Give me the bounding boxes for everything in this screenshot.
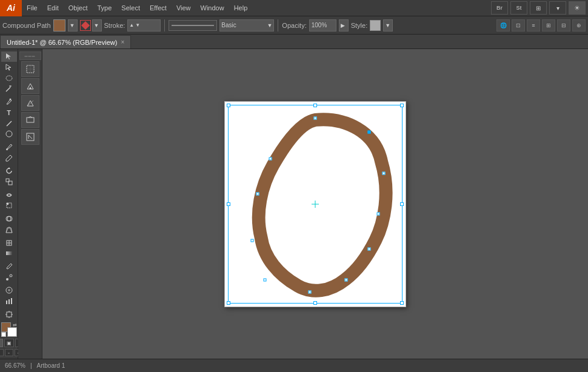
full-screen-icon[interactable]: ▫ [5,349,13,356]
opacity-arrow-btn[interactable]: ▶ [339,19,349,32]
menu-edit[interactable]: Edit [42,2,64,14]
menu-effect[interactable]: Effect [145,2,172,14]
workspace-icon-btn[interactable]: ⊞ [530,1,547,15]
menu-help[interactable]: Help [229,2,253,14]
svg-point-8 [6,131,12,137]
panel-header: ═══ [19,51,41,60]
menu-file[interactable]: File [22,2,42,14]
tab-close-button[interactable]: × [121,39,124,45]
scale-tool[interactable] [1,177,17,187]
panel-btn-3[interactable] [21,95,39,111]
panel-btn-1[interactable] [21,61,39,77]
type-tool[interactable]: T [1,107,17,118]
style-color-swatch[interactable] [370,20,381,31]
symbol-tool[interactable] [1,285,17,296]
stroke-arrow: ▼ [94,22,99,28]
anchor-left-lower[interactable] [250,239,253,242]
anchor-left-upper[interactable] [269,158,272,161]
normal-screen-icon[interactable]: ▪ [0,349,4,356]
shape-builder-tool[interactable] [1,214,17,224]
sync-icon-btn[interactable]: ☀ [569,1,586,15]
pencil-tool[interactable] [1,153,17,163]
document-tab[interactable]: Untitled-1* @ 66.67% (RGB/Preview) × [0,35,131,48]
fill-type-select[interactable]: ▼ [68,19,78,32]
style-label: Style: [351,22,368,29]
align-right-icon[interactable]: ⊞ [542,19,555,32]
line-tool[interactable] [1,118,17,128]
stroke-width-down[interactable]: ▼ [135,22,140,28]
swap-colors-icon[interactable]: ⇄ [13,322,17,328]
anchor-left-mid[interactable] [256,192,259,195]
svg-rect-29 [6,301,7,304]
canvas-area[interactable] [42,49,588,359]
anchor-bottom[interactable] [309,290,312,293]
anchor-top-right[interactable] [368,131,371,134]
gradient-mode-icon[interactable]: ▣ [4,339,14,347]
status-bar: 66.67% | Artboard 1 [0,359,588,372]
free-transform-tool[interactable] [1,201,17,211]
gradient-tool[interactable] [1,248,17,259]
anchor-top[interactable] [314,116,317,119]
direct-selection-tool[interactable] [1,62,17,73]
distribute-icon[interactable]: ⊟ [557,19,570,32]
menu-window[interactable]: Window [196,2,229,14]
paintbrush-tool[interactable] [1,142,17,153]
anchor-right-lower[interactable] [368,247,371,250]
panel-btn-4[interactable] [21,112,39,128]
stroke-label: Stroke: [104,22,125,29]
style-arrow-icon: ▼ [385,22,390,28]
stroke-style-label: Basic [221,22,236,28]
globe-icon[interactable]: 🌐 [496,19,510,32]
ellipse-tool[interactable] [1,129,17,139]
selection-tool[interactable] [1,51,17,62]
bridge-icon-btn[interactable]: Br [491,1,508,15]
menu-select[interactable]: Select [116,2,145,14]
blend-tool[interactable] [1,272,17,282]
style-select-arrow[interactable]: ▼ [383,19,393,32]
warp-tool[interactable] [1,190,17,200]
lasso-tool[interactable] [1,73,17,83]
menu-object[interactable]: Object [64,2,93,14]
perspective-tool[interactable] [1,224,17,234]
artboard-tool[interactable] [1,309,17,319]
menu-type[interactable]: Type [93,2,117,14]
anchor-right-mid[interactable] [377,213,380,216]
background-swatch[interactable] [7,327,17,337]
magic-wand-tool[interactable] [1,84,17,94]
align-center-icon[interactable]: ≡ [527,19,540,32]
opacity-label: Opacity: [282,22,306,29]
stroke-style-select[interactable]: Basic ▼ [219,19,274,32]
opacity-input[interactable]: 100% [309,19,336,32]
stroke-type-select[interactable]: ▼ [92,19,102,32]
stock-icon-btn[interactable]: St [510,1,527,15]
more-options-icon[interactable]: ⊕ [572,19,586,32]
workspace-more-btn[interactable]: ▾ [549,1,566,15]
svg-point-6 [9,99,11,101]
stroke-width-select[interactable]: ▲ ▼ [127,19,161,32]
pen-tool[interactable] [1,97,17,107]
stroke-preview[interactable] [169,20,217,31]
panel-btn-5[interactable] [21,129,39,145]
svg-rect-14 [7,203,8,205]
stroke-width-up[interactable]: ▲ [129,22,134,28]
anchor-bottom-right[interactable] [344,278,347,281]
chart-tool[interactable] [1,296,17,307]
anchor-bottom-left[interactable] [263,278,266,281]
svg-marker-0 [6,53,11,59]
fill-color-swatch[interactable] [53,19,65,32]
tab-bar: Untitled-1* @ 66.67% (RGB/Preview) × [0,35,588,49]
reset-colors-icon[interactable] [1,332,6,337]
stroke-color-indicator[interactable] [80,20,91,31]
rotate-tool[interactable] [1,166,17,176]
align-left-icon[interactable]: ⊡ [512,19,525,32]
divider-1 [164,19,165,32]
anchor-right-upper[interactable] [383,171,386,174]
eyedropper-tool[interactable] [1,262,17,272]
svg-line-3 [6,87,10,91]
color-mode-icon[interactable]: □ [0,339,3,347]
mesh-tool[interactable] [1,237,17,248]
svg-point-15 [6,216,11,221]
panel-btn-2[interactable] [21,78,39,94]
menu-view[interactable]: View [172,2,196,14]
opacity-arrow: ▶ [341,22,345,28]
